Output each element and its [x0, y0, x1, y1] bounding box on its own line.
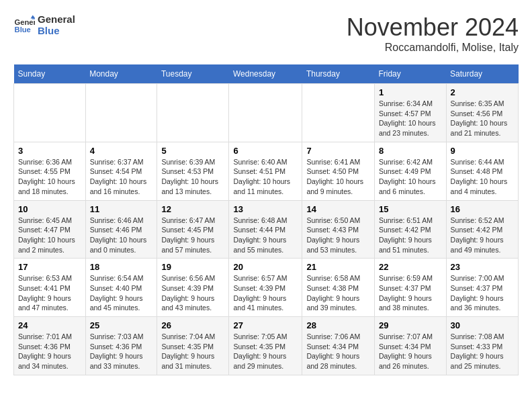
day-info: Sunrise: 6:44 AM Sunset: 4:48 PM Dayligh… — [451, 157, 514, 197]
day-number: 20 — [233, 262, 298, 272]
day-info: Sunrise: 6:54 AM Sunset: 4:40 PM Dayligh… — [90, 273, 153, 313]
month-title: November 2024 — [347, 13, 519, 42]
day-info: Sunrise: 7:04 AM Sunset: 4:35 PM Dayligh… — [161, 332, 224, 371]
day-number: 8 — [379, 146, 442, 156]
page-header: General Blue General Blue November 2024 … — [13, 13, 519, 54]
day-info: Sunrise: 7:07 AM Sunset: 4:34 PM Dayligh… — [379, 332, 442, 371]
day-number: 14 — [306, 204, 370, 214]
day-info: Sunrise: 6:40 AM Sunset: 4:51 PM Dayligh… — [233, 157, 298, 197]
day-number: 17 — [18, 262, 81, 272]
calendar-cell: 16Sunrise: 6:52 AM Sunset: 4:42 PM Dayli… — [446, 200, 518, 259]
calendar-cell: 12Sunrise: 6:47 AM Sunset: 4:45 PM Dayli… — [157, 200, 229, 259]
calendar-cell — [157, 84, 229, 142]
day-info: Sunrise: 6:41 AM Sunset: 4:50 PM Dayligh… — [306, 157, 370, 197]
calendar-cell: 6Sunrise: 6:40 AM Sunset: 4:51 PM Daylig… — [229, 142, 302, 200]
calendar-cell — [302, 84, 375, 142]
day-number: 12 — [161, 204, 224, 214]
day-info: Sunrise: 6:47 AM Sunset: 4:45 PM Dayligh… — [161, 216, 224, 255]
day-number: 19 — [161, 262, 224, 272]
day-info: Sunrise: 6:36 AM Sunset: 4:55 PM Dayligh… — [18, 157, 81, 197]
calendar-cell: 3Sunrise: 6:36 AM Sunset: 4:55 PM Daylig… — [14, 142, 86, 200]
calendar-cell: 10Sunrise: 6:45 AM Sunset: 4:47 PM Dayli… — [14, 200, 86, 259]
day-number: 4 — [90, 146, 153, 156]
calendar-cell: 7Sunrise: 6:41 AM Sunset: 4:50 PM Daylig… — [302, 142, 375, 200]
day-number: 5 — [161, 146, 224, 156]
day-number: 15 — [379, 204, 442, 214]
calendar-cell — [229, 84, 302, 142]
title-block: November 2024 Roccamandolfi, Molise, Ita… — [347, 13, 519, 54]
calendar-cell — [85, 84, 157, 142]
day-info: Sunrise: 7:05 AM Sunset: 4:35 PM Dayligh… — [233, 332, 298, 371]
day-number: 25 — [90, 320, 153, 330]
day-number: 10 — [18, 204, 81, 214]
calendar-cell: 5Sunrise: 6:39 AM Sunset: 4:53 PM Daylig… — [157, 142, 229, 200]
day-info: Sunrise: 6:57 AM Sunset: 4:39 PM Dayligh… — [233, 273, 298, 313]
svg-text:Blue: Blue — [15, 26, 31, 34]
calendar-cell: 26Sunrise: 7:04 AM Sunset: 4:35 PM Dayli… — [157, 317, 229, 375]
calendar-cell: 1Sunrise: 6:34 AM Sunset: 4:57 PM Daylig… — [374, 84, 446, 142]
day-info: Sunrise: 6:46 AM Sunset: 4:46 PM Dayligh… — [90, 216, 153, 255]
calendar-cell: 4Sunrise: 6:37 AM Sunset: 4:54 PM Daylig… — [85, 142, 157, 200]
calendar-cell: 2Sunrise: 6:35 AM Sunset: 4:56 PM Daylig… — [446, 84, 518, 142]
day-info: Sunrise: 6:56 AM Sunset: 4:39 PM Dayligh… — [161, 273, 224, 313]
day-number: 24 — [18, 320, 81, 330]
day-info: Sunrise: 7:06 AM Sunset: 4:34 PM Dayligh… — [306, 332, 370, 371]
day-info: Sunrise: 6:34 AM Sunset: 4:57 PM Dayligh… — [379, 99, 442, 138]
day-number: 13 — [233, 204, 298, 214]
day-number: 16 — [451, 204, 514, 214]
logo-general: General — [38, 13, 75, 25]
calendar-cell: 28Sunrise: 7:06 AM Sunset: 4:34 PM Dayli… — [302, 317, 375, 375]
day-info: Sunrise: 6:53 AM Sunset: 4:41 PM Dayligh… — [18, 273, 81, 313]
day-info: Sunrise: 7:01 AM Sunset: 4:36 PM Dayligh… — [18, 332, 81, 371]
calendar-cell: 29Sunrise: 7:07 AM Sunset: 4:34 PM Dayli… — [374, 317, 446, 375]
day-info: Sunrise: 6:59 AM Sunset: 4:37 PM Dayligh… — [379, 273, 442, 313]
day-info: Sunrise: 6:52 AM Sunset: 4:42 PM Dayligh… — [451, 216, 514, 255]
day-number: 2 — [451, 87, 514, 97]
week-row-3: 10Sunrise: 6:45 AM Sunset: 4:47 PM Dayli… — [14, 200, 519, 259]
day-number: 9 — [451, 146, 514, 156]
calendar-cell: 18Sunrise: 6:54 AM Sunset: 4:40 PM Dayli… — [85, 259, 157, 317]
calendar-cell: 21Sunrise: 6:58 AM Sunset: 4:38 PM Dayli… — [302, 259, 375, 317]
day-number: 22 — [379, 262, 442, 272]
weekday-header-friday: Friday — [374, 64, 446, 84]
calendar-cell: 11Sunrise: 6:46 AM Sunset: 4:46 PM Dayli… — [85, 200, 157, 259]
week-row-1: 1Sunrise: 6:34 AM Sunset: 4:57 PM Daylig… — [14, 84, 519, 142]
day-info: Sunrise: 6:48 AM Sunset: 4:44 PM Dayligh… — [233, 216, 298, 255]
logo: General Blue General Blue — [13, 13, 75, 36]
day-number: 3 — [18, 146, 81, 156]
weekday-header-thursday: Thursday — [302, 64, 375, 84]
day-number: 6 — [233, 146, 298, 156]
day-number: 21 — [306, 262, 370, 272]
day-number: 1 — [379, 87, 442, 97]
week-row-5: 24Sunrise: 7:01 AM Sunset: 4:36 PM Dayli… — [14, 317, 519, 375]
logo-blue: Blue — [38, 25, 75, 36]
day-number: 29 — [379, 320, 442, 330]
week-row-2: 3Sunrise: 6:36 AM Sunset: 4:55 PM Daylig… — [14, 142, 519, 200]
weekday-header-sunday: Sunday — [14, 64, 86, 84]
weekday-header-saturday: Saturday — [446, 64, 518, 84]
day-number: 7 — [306, 146, 370, 156]
day-number: 23 — [451, 262, 514, 272]
calendar-cell: 17Sunrise: 6:53 AM Sunset: 4:41 PM Dayli… — [14, 259, 86, 317]
calendar-cell: 14Sunrise: 6:50 AM Sunset: 4:43 PM Dayli… — [302, 200, 375, 259]
day-info: Sunrise: 6:50 AM Sunset: 4:43 PM Dayligh… — [306, 216, 370, 255]
calendar-cell: 8Sunrise: 6:42 AM Sunset: 4:49 PM Daylig… — [374, 142, 446, 200]
day-info: Sunrise: 6:37 AM Sunset: 4:54 PM Dayligh… — [90, 157, 153, 197]
calendar-cell: 20Sunrise: 6:57 AM Sunset: 4:39 PM Dayli… — [229, 259, 302, 317]
calendar-cell: 27Sunrise: 7:05 AM Sunset: 4:35 PM Dayli… — [229, 317, 302, 375]
day-number: 28 — [306, 320, 370, 330]
weekday-header-tuesday: Tuesday — [157, 64, 229, 84]
day-number: 11 — [90, 204, 153, 214]
calendar-cell: 25Sunrise: 7:03 AM Sunset: 4:36 PM Dayli… — [85, 317, 157, 375]
day-info: Sunrise: 7:08 AM Sunset: 4:33 PM Dayligh… — [451, 332, 514, 371]
calendar-cell: 24Sunrise: 7:01 AM Sunset: 4:36 PM Dayli… — [14, 317, 86, 375]
week-row-4: 17Sunrise: 6:53 AM Sunset: 4:41 PM Dayli… — [14, 259, 519, 317]
calendar-cell: 15Sunrise: 6:51 AM Sunset: 4:42 PM Dayli… — [374, 200, 446, 259]
calendar-cell: 23Sunrise: 7:00 AM Sunset: 4:37 PM Dayli… — [446, 259, 518, 317]
day-info: Sunrise: 6:39 AM Sunset: 4:53 PM Dayligh… — [161, 157, 224, 197]
day-info: Sunrise: 6:58 AM Sunset: 4:38 PM Dayligh… — [306, 273, 370, 313]
logo-icon: General Blue — [13, 14, 35, 36]
day-info: Sunrise: 6:45 AM Sunset: 4:47 PM Dayligh… — [18, 216, 81, 255]
day-info: Sunrise: 7:03 AM Sunset: 4:36 PM Dayligh… — [90, 332, 153, 371]
location: Roccamandolfi, Molise, Italy — [347, 42, 519, 54]
